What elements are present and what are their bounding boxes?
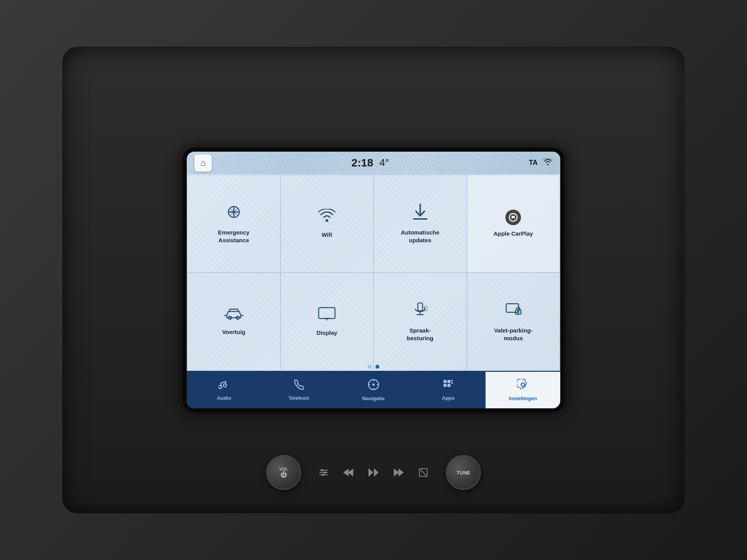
svg-point-38 [321, 469, 323, 471]
carplay-label: Apple CarPlay [493, 230, 533, 238]
svg-marker-43 [348, 469, 353, 476]
wifi-icon [318, 209, 335, 226]
apps-icon [443, 379, 454, 393]
nav-item-apps[interactable]: Apps [411, 372, 486, 408]
status-bar: ⌂ 2:18 4° TA [187, 152, 560, 174]
svg-marker-47 [394, 469, 399, 476]
svg-rect-32 [444, 384, 447, 387]
svg-rect-30 [444, 380, 447, 383]
wifi-status-icon [543, 158, 552, 167]
audio-icon [219, 379, 230, 393]
bottom-controls: VOL ⏻ [101, 455, 646, 490]
eq-button[interactable] [317, 466, 331, 480]
tune-knob[interactable]: TUNE [446, 455, 481, 490]
svg-point-22 [219, 385, 222, 388]
display-icon [318, 307, 336, 324]
mute-button[interactable] [416, 466, 430, 480]
nav-item-navigatie[interactable]: Navigatie [336, 372, 411, 408]
nav-item-telefoon[interactable]: Telefoon [261, 372, 336, 408]
menu-item-wifi[interactable]: Wifi [281, 175, 374, 272]
voice-icon [412, 301, 428, 322]
menu-item-display[interactable]: Display [281, 273, 374, 370]
navigatie-label: Navigatie [362, 396, 385, 401]
svg-marker-45 [368, 468, 373, 477]
media-controls [317, 466, 430, 480]
auto-updates-label: Automatische updates [401, 229, 439, 244]
svg-rect-31 [447, 380, 451, 383]
infotainment-screen: ⌂ 2:18 4° TA [187, 152, 560, 408]
vol-label: VOL [279, 467, 288, 471]
dashboard: ⌂ 2:18 4° TA [62, 47, 685, 513]
navigatie-icon [368, 379, 379, 393]
pagination-dot-2[interactable] [375, 365, 379, 369]
pagination-dots [368, 365, 379, 369]
telefoon-label: Telefoon [288, 395, 309, 401]
svg-marker-44 [343, 469, 349, 476]
audio-label: Audio [217, 395, 231, 401]
menu-item-voertuig[interactable]: Voertuig [188, 273, 280, 370]
pagination-dot-1[interactable] [368, 365, 372, 369]
phone-icon [294, 379, 304, 393]
vol-knob[interactable]: VOL ⏻ [266, 455, 301, 490]
time-display: 2:18 [351, 157, 373, 169]
emergency-icon [225, 203, 242, 224]
valet-label: Valet-parking- modus [494, 327, 533, 342]
home-icon: ⌂ [200, 158, 205, 168]
svg-marker-46 [374, 468, 379, 477]
nav-item-instellingen[interactable]: Instellingen [486, 372, 560, 408]
prev-track-button[interactable] [342, 466, 356, 480]
nav-item-audio[interactable]: Audio [187, 372, 261, 408]
settings-icon [517, 379, 529, 393]
svg-point-42 [322, 474, 324, 476]
home-button[interactable]: ⌂ [195, 154, 212, 172]
car-surround: ⌂ 2:18 4° TA [0, 0, 747, 560]
ta-label: TA [529, 159, 538, 167]
svg-point-40 [324, 471, 326, 474]
play-pause-button[interactable] [366, 466, 381, 480]
voertuig-label: Voertuig [222, 328, 245, 336]
instellingen-label: Instellingen [509, 396, 537, 401]
svg-point-36 [521, 383, 525, 387]
wifi-label: Wifi [322, 231, 332, 239]
status-center: 2:18 4° [351, 157, 389, 169]
svg-point-25 [372, 383, 375, 386]
svg-point-5 [326, 219, 328, 222]
svg-line-50 [421, 470, 426, 475]
valet-icon [505, 301, 522, 322]
spraak-label: Spraak- besturing [407, 327, 433, 342]
menu-item-emergency-assistance[interactable]: Emergency Assistance [188, 175, 280, 272]
power-icon: ⏻ [281, 471, 287, 478]
bottom-nav: Audio Telefoon [187, 371, 560, 408]
download-icon [413, 203, 428, 224]
car-icon [224, 307, 244, 324]
apps-label: Apps [442, 395, 455, 401]
emergency-label: Emergency Assistance [218, 229, 249, 244]
carplay-icon [505, 210, 521, 225]
menu-item-apple-carplay[interactable]: Apple CarPlay [467, 175, 560, 272]
temperature-display: 4° [379, 157, 389, 169]
svg-rect-34 [451, 380, 453, 382]
tune-label: TUNE [456, 470, 470, 476]
menu-item-valet-parking[interactable]: Valet-parking- modus [467, 273, 560, 370]
menu-item-auto-updates[interactable]: Automatische updates [374, 175, 466, 272]
next-track-button[interactable] [391, 466, 405, 480]
screen-bezel: ⌂ 2:18 4° TA [183, 148, 564, 412]
svg-point-23 [223, 384, 226, 387]
menu-item-spraak[interactable]: Spraak- besturing [374, 273, 466, 370]
svg-marker-48 [398, 469, 404, 476]
svg-rect-35 [451, 382, 453, 384]
display-label: Display [317, 329, 337, 337]
main-content-grid: Emergency Assistance [187, 174, 560, 371]
svg-rect-33 [447, 384, 451, 387]
svg-rect-13 [319, 308, 335, 318]
status-right: TA [529, 158, 552, 167]
